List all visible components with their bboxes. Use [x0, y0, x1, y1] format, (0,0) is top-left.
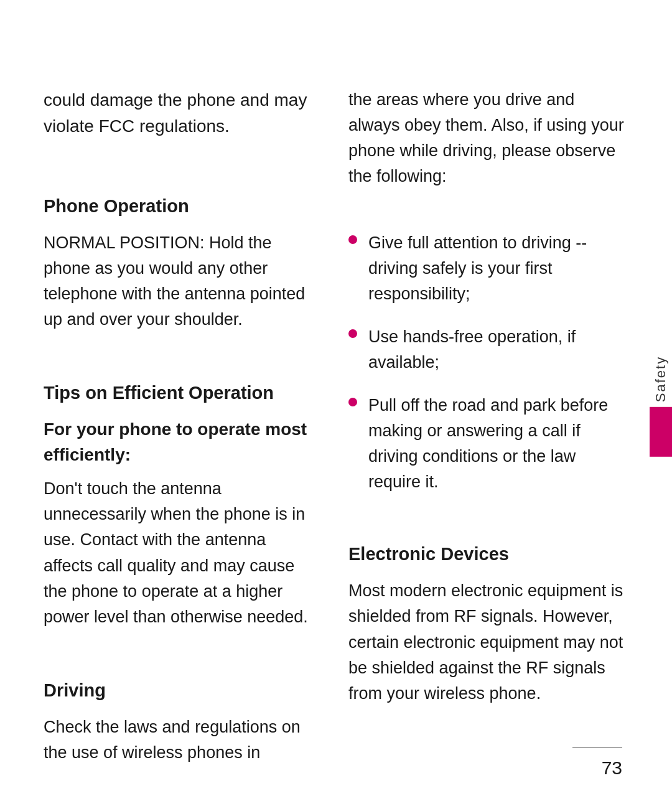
intro-block: could damage the phone and may violate F…: [44, 87, 311, 164]
left-column: could damage the phone and may violate F…: [44, 37, 311, 769]
list-item: Use hands-free operation, if available;: [348, 324, 628, 375]
bullet-list-block: Give full attention to driving -- drivin…: [348, 230, 628, 512]
bullet-dot-2: [348, 329, 357, 338]
sidebar-bar: [650, 407, 672, 457]
page-footer: 73: [572, 747, 622, 782]
tips-body: Don't touch the antenna unnecessarily wh…: [44, 476, 311, 629]
driving-continued-text: the areas where you drive and always obe…: [348, 87, 628, 189]
phone-operation-body: NORMAL POSITION: Hold the phone as you w…: [44, 230, 311, 332]
intro-text: could damage the phone and may violate F…: [44, 87, 311, 139]
bullet-list: Give full attention to driving -- drivin…: [348, 230, 628, 495]
bullet-text-2: Use hands-free operation, if available;: [368, 324, 628, 375]
electronic-devices-heading: Electronic Devices: [348, 541, 628, 567]
page-container: could damage the phone and may violate F…: [0, 0, 672, 806]
list-item: Pull off the road and park before making…: [348, 393, 628, 495]
footer-line: [572, 747, 622, 748]
tips-block: Tips on Efficient Operation For your pho…: [44, 373, 311, 648]
bullet-dot-1: [348, 235, 357, 244]
phone-operation-heading: Phone Operation: [44, 193, 311, 219]
sidebar-tab: Safety: [650, 349, 672, 456]
driving-heading: Driving: [44, 677, 311, 703]
electronic-devices-body: Most modern electronic equipment is shie…: [348, 578, 628, 706]
page-number: 73: [602, 754, 622, 782]
two-column-layout: could damage the phone and may violate F…: [0, 37, 672, 769]
electronic-devices-block: Electronic Devices Most modern electroni…: [348, 535, 628, 724]
bullet-text-1: Give full attention to driving -- drivin…: [368, 230, 628, 307]
tips-sub-heading: For your phone to operate most efficient…: [44, 417, 311, 467]
right-column: the areas where you drive and always obe…: [348, 37, 628, 769]
driving-body: Check the laws and regulations on the us…: [44, 715, 311, 766]
list-item: Give full attention to driving -- drivin…: [348, 230, 628, 307]
bullet-text-3: Pull off the road and park before making…: [368, 393, 628, 495]
phone-operation-block: Phone Operation NORMAL POSITION: Hold th…: [44, 187, 311, 351]
driving-block: Driving Check the laws and regulations o…: [44, 671, 311, 784]
bullet-dot-3: [348, 398, 357, 406]
driving-continued-block: the areas where you drive and always obe…: [348, 87, 628, 208]
tips-heading: Tips on Efficient Operation: [44, 380, 311, 406]
sidebar-label: Safety: [651, 349, 671, 401]
